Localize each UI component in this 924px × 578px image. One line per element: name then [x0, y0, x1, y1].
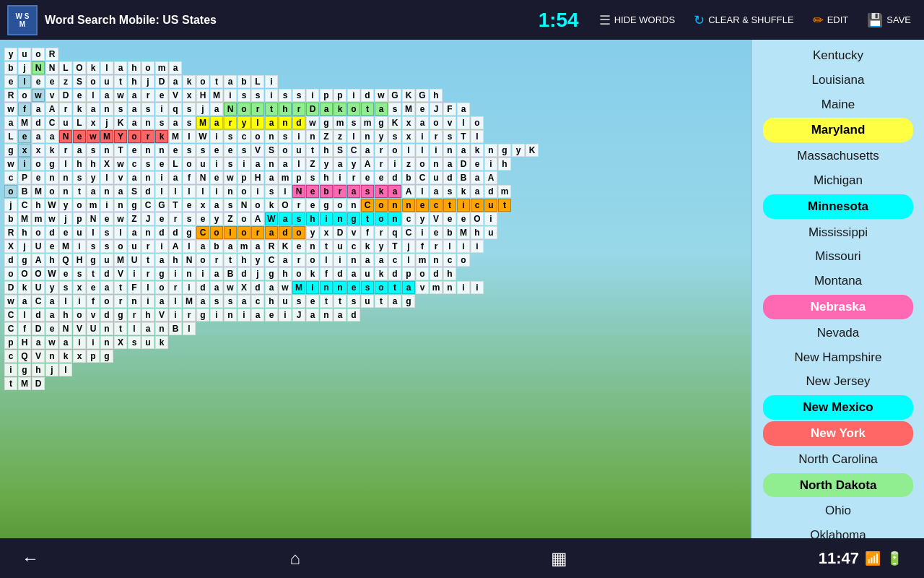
word-item[interactable]: Michigan	[752, 168, 924, 193]
hide-label: HIDE WORDS	[614, 14, 676, 25]
table-row: XjUeMissouriAlabamaRKentuckyTjfrlii	[4, 240, 539, 253]
wifi-icon: 📶	[865, 551, 881, 566]
main-layout: yuoR bjNNLOklahoma eleezSouthjDakotabLi …	[0, 40, 924, 578]
game-area: yuoR bjNNLOklahoma eleezSouthjDakotabLi …	[0, 40, 751, 578]
word-item[interactable]: Minnesota	[763, 194, 913, 219]
top-bar: W S M Word Search Mobile: US States 1:54…	[0, 0, 924, 40]
table-row: pHawaiinX suk	[4, 336, 539, 349]
word-item[interactable]: Maine	[752, 92, 924, 117]
table-row: wioglhhXwcseLouisianalZyayArizonaDeih	[4, 158, 539, 171]
table-row: cPennsylvaniafNewpHampshireedbCudBaA	[4, 171, 539, 184]
word-item[interactable]: Maryland	[763, 118, 913, 142]
edit-label: EDIT	[827, 14, 849, 25]
word-item[interactable]: Mississippi	[752, 220, 924, 245]
word-item[interactable]: New York	[763, 421, 913, 446]
table-row: tMD	[4, 377, 539, 390]
clear-shuffle-button[interactable]: ↻ CLEAR & SHUFFLE	[688, 9, 799, 31]
logo-line1: W S	[16, 12, 30, 20]
word-item[interactable]: New Mexico	[763, 395, 913, 420]
save-icon: 💾	[867, 12, 883, 28]
back-button[interactable]: ←	[22, 548, 39, 569]
grid-table: yuoR bjNNLOklahoma eleezSouthjDakotabLi …	[4, 47, 539, 391]
table-row: RowvDelawareVxHMississippidw GKGh	[4, 89, 539, 102]
word-item[interactable]: North Dakota	[763, 473, 913, 498]
clock-time: 11:47	[819, 549, 859, 568]
save-label: SAVE	[886, 14, 911, 25]
word-item[interactable]: Louisiana	[752, 68, 924, 92]
table-row: Leaa NewMYork MIWisconsinZzlnys xirsTl	[4, 130, 539, 143]
table-row: aMdCuLxjKansas Maryland wgmsmgK xaovlo	[4, 116, 539, 129]
table-row: Cldahov dgrhVirginia eiJanad	[4, 309, 539, 322]
table-row: dgAhQHguMUtahNorthyCarolinaaclmnco	[4, 254, 539, 267]
clear-label: CLEAR & SHUFFLE	[708, 14, 793, 25]
table-row: oOOWestdVirginiaBdjghokfdaukdpodh	[4, 267, 539, 280]
timer: 1:54	[539, 9, 579, 32]
bottom-bar: ← ⌂ ▦ 11:47 📶 🔋	[0, 538, 924, 578]
table-row: jChWyomingCGTexasNokOregon Connecticut	[4, 199, 539, 212]
word-item[interactable]: Missouri	[752, 244, 924, 269]
logo-line2: M	[19, 20, 25, 28]
table-row: bjNNLOklahoma	[4, 61, 539, 74]
table-row: waCalifornialMassachusettsutag	[4, 295, 539, 308]
save-button[interactable]: 💾 SAVE	[861, 9, 917, 31]
word-grid: yuoR bjNNLOklahoma eleezSouthjDakotabLi …	[4, 47, 747, 391]
hide-words-button[interactable]: ☰ HIDE WORDS	[593, 9, 681, 31]
table-row: bMmwjpNewZJerseyZoA Washington cyVeeOi	[4, 212, 539, 225]
table-row: wfaArkansasiqsja NorthrDakota s MeJFa	[4, 103, 539, 116]
refresh-icon: ↻	[694, 12, 705, 28]
recents-button[interactable]: ▦	[551, 548, 567, 569]
word-item[interactable]: New Jersey	[752, 369, 924, 394]
app-logo: W S M	[7, 5, 38, 35]
battery-icon: 🔋	[886, 551, 902, 566]
word-item[interactable]: Massachusetts	[752, 144, 924, 168]
word-item[interactable]: North Carolina	[752, 447, 924, 472]
table-row: oBMontanaSdllllinoisi Nebraska Alaskadm	[4, 185, 539, 198]
table-row: DkUysxeatFloridawXdaw Minnesota vmnii	[4, 281, 539, 294]
table-row: yuoR	[4, 48, 539, 61]
word-item[interactable]: Kentucky	[752, 43, 924, 68]
edit-button[interactable]: ✏ EDIT	[807, 9, 855, 31]
bottom-time: 11:47 📶 🔋	[819, 549, 902, 568]
word-item[interactable]: Montana	[752, 269, 924, 293]
hide-icon: ☰	[599, 12, 611, 28]
word-item[interactable]: Ohio	[752, 499, 924, 523]
table-row: CfDeNVUnt lanBl	[4, 322, 539, 335]
word-list-sidebar: KentuckyLouisianaMaineMarylandMassachuse…	[751, 40, 924, 578]
table-row: eleezSouthjDakotabLi	[4, 75, 539, 88]
table-row: RhodeuIslanddg Colorado yxDvfrqCiebMhu	[4, 226, 539, 239]
word-item[interactable]: New Hampshire	[752, 345, 924, 370]
app-title: Word Search Mobile: US States	[45, 14, 531, 27]
table-row: gxxkrasnTennesseesVSouthSCarollinakngyK	[4, 144, 539, 157]
word-item[interactable]: Nevada	[752, 321, 924, 345]
edit-icon: ✏	[813, 12, 824, 28]
word-item[interactable]: Nebraska	[763, 295, 913, 319]
home-button[interactable]: ⌂	[289, 548, 300, 569]
table-row: igh jl	[4, 363, 539, 376]
table-row: cQVnk xpg	[4, 350, 539, 363]
